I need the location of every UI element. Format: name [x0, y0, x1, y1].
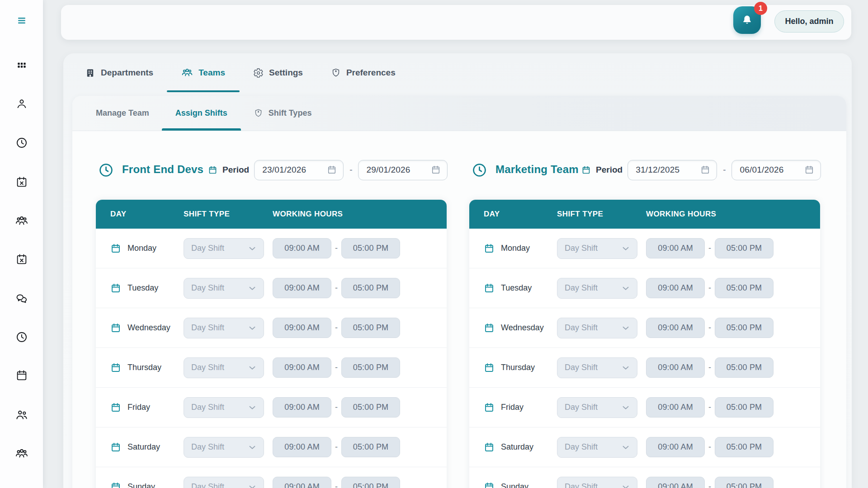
shift-type-select[interactable]: Day Shift: [557, 238, 637, 259]
table-row: Sunday Day Shift 09:00 AM: [96, 467, 447, 488]
table-row: Saturday Day Shift 09:00 AM: [469, 427, 820, 467]
start-time-input[interactable]: 09:00 AM: [273, 318, 331, 338]
chevron-down-icon: [247, 363, 257, 373]
end-time-input[interactable]: 05:00 PM: [341, 238, 400, 258]
end-time-input[interactable]: 05:00 PM: [341, 397, 400, 418]
calendar-icon: [484, 482, 495, 488]
start-time-input[interactable]: 09:00 AM: [646, 437, 705, 457]
end-time-input[interactable]: 05:00 PM: [341, 357, 400, 378]
calendar-icon[interactable]: [13, 366, 31, 385]
shift-type-select[interactable]: Day Shift: [557, 318, 637, 338]
user-greeting-button[interactable]: Hello, admin: [774, 10, 844, 33]
shift-type-value: Day Shift: [191, 323, 224, 333]
period-end-input[interactable]: 06/01/2026: [731, 160, 821, 180]
table-row: Thursday Day Shift 09:00 AM: [96, 348, 447, 388]
clock-icon[interactable]: [13, 134, 31, 152]
day-label: Sunday: [127, 482, 155, 488]
start-time-input[interactable]: 09:00 AM: [273, 278, 331, 298]
shift-type-value: Day Shift: [191, 363, 224, 372]
primary-tabs: Departments Teams Settings Preferences: [63, 53, 852, 92]
shift-type-value: Day Shift: [565, 403, 598, 412]
clock-icon[interactable]: [13, 328, 31, 346]
end-time-input[interactable]: 05:00 PM: [715, 278, 774, 298]
start-time-input[interactable]: 09:00 AM: [273, 477, 331, 488]
end-time-input[interactable]: 05:00 PM: [341, 318, 400, 338]
calendar-x-icon[interactable]: [13, 250, 31, 268]
shift-type-select[interactable]: Day Shift: [184, 437, 264, 458]
shift-type-cell: Day Shift: [184, 397, 273, 418]
period-start-input[interactable]: 23/01/2026: [254, 160, 344, 180]
start-time-input[interactable]: 09:00 AM: [273, 437, 331, 457]
start-time-input[interactable]: 09:00 AM: [646, 318, 705, 338]
shift-type-select[interactable]: Day Shift: [557, 357, 637, 378]
team-group-icon[interactable]: [13, 445, 31, 463]
shift-type-cell: Day Shift: [184, 238, 273, 259]
start-time-input[interactable]: 09:00 AM: [646, 357, 705, 378]
end-time-input[interactable]: 05:00 PM: [715, 318, 774, 338]
end-time-input[interactable]: 05:00 PM: [715, 437, 774, 457]
start-time-input[interactable]: 09:00 AM: [273, 357, 331, 378]
tab-departments[interactable]: Departments: [85, 53, 153, 92]
shift-type-select[interactable]: Day Shift: [557, 278, 637, 299]
shift-type-select[interactable]: Day Shift: [184, 318, 264, 338]
start-time-input[interactable]: 09:00 AM: [273, 238, 331, 258]
day-cell: Monday: [484, 243, 557, 254]
table-row: Friday Day Shift 09:00 AM: [469, 388, 820, 427]
calendar-icon: [484, 323, 495, 333]
chat-bubbles-icon[interactable]: [13, 289, 31, 307]
period-start-input[interactable]: 31/12/2025: [627, 160, 717, 180]
subtab-manage-team[interactable]: Manage Team: [96, 96, 149, 131]
team-name: Front End Devs: [122, 163, 203, 176]
user-icon[interactable]: [13, 95, 31, 113]
tab-settings[interactable]: Settings: [253, 53, 303, 92]
time-range-separator: -: [334, 482, 339, 488]
end-time-input[interactable]: 05:00 PM: [715, 477, 774, 488]
shift-type-select[interactable]: Day Shift: [184, 397, 264, 418]
shift-type-select[interactable]: Day Shift: [184, 278, 264, 299]
end-time-input[interactable]: 05:00 PM: [715, 238, 774, 258]
start-time-input[interactable]: 09:00 AM: [273, 397, 331, 418]
working-hours-cell: 09:00 AM - 05:00 PM: [646, 437, 820, 457]
shift-type-select[interactable]: Day Shift: [184, 477, 264, 488]
tab-preferences[interactable]: Preferences: [331, 53, 396, 92]
shift-type-value: Day Shift: [565, 323, 598, 333]
calendar-x-icon[interactable]: [13, 173, 31, 191]
day-label: Sunday: [501, 482, 528, 488]
apps-grid-icon[interactable]: [13, 56, 31, 74]
subtab-shift-types[interactable]: Shift Types: [254, 96, 312, 131]
start-time-input[interactable]: 09:00 AM: [646, 278, 705, 298]
subtab-assign-shifts[interactable]: Assign Shifts: [175, 96, 227, 131]
tab-teams[interactable]: Teams: [181, 53, 225, 92]
start-time-input[interactable]: 09:00 AM: [646, 477, 705, 488]
chevron-down-icon: [247, 323, 257, 333]
shift-type-value: Day Shift: [191, 403, 224, 412]
calendar-icon: [110, 243, 121, 254]
end-time-input[interactable]: 05:00 PM: [715, 357, 774, 378]
team-group-icon[interactable]: [13, 212, 31, 230]
day-label: Thursday: [127, 363, 161, 372]
shift-type-select[interactable]: Day Shift: [557, 397, 637, 418]
shift-type-select[interactable]: Day Shift: [184, 238, 264, 259]
shift-type-select[interactable]: Day Shift: [557, 437, 637, 458]
team-shift-panel: Marketing Team Period 31/12/2025 - 06/01…: [469, 160, 820, 488]
shield-icon: [254, 108, 263, 118]
start-time-input[interactable]: 09:00 AM: [646, 238, 705, 258]
column-shift-type: SHIFT TYPE: [557, 210, 646, 219]
users-pair-icon[interactable]: [13, 406, 31, 424]
calendar-icon: [327, 165, 337, 175]
start-time-input[interactable]: 09:00 AM: [646, 397, 705, 418]
end-time-input[interactable]: 05:00 PM: [341, 437, 400, 457]
end-time-input[interactable]: 05:00 PM: [341, 278, 400, 298]
time-range-separator: -: [708, 244, 712, 253]
end-time-input[interactable]: 05:00 PM: [715, 397, 774, 418]
working-hours-cell: 09:00 AM - 05:00 PM: [273, 357, 447, 378]
working-hours-cell: 09:00 AM - 05:00 PM: [273, 437, 447, 457]
shift-type-select[interactable]: Day Shift: [184, 357, 264, 378]
end-time-input[interactable]: 05:00 PM: [341, 477, 400, 488]
period-end-input[interactable]: 29/01/2026: [358, 160, 448, 180]
table-header: DAY SHIFT TYPE WORKING HOURS: [96, 200, 447, 229]
notifications-button[interactable]: 1: [733, 6, 761, 34]
chevron-down-icon: [247, 283, 257, 293]
hamburger-menu-icon[interactable]: [13, 11, 31, 29]
shift-type-select[interactable]: Day Shift: [557, 477, 637, 488]
